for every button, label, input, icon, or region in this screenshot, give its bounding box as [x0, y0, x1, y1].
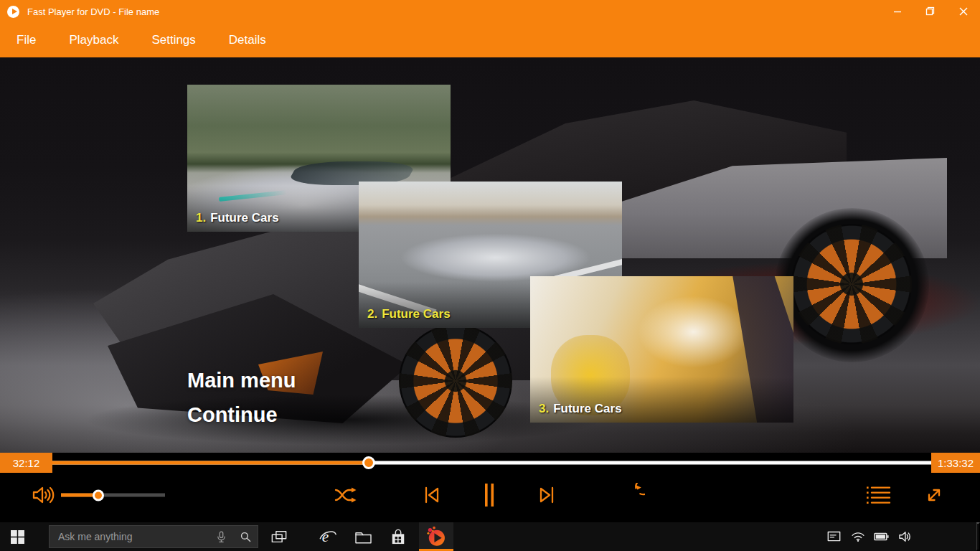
volume-handle[interactable]	[93, 489, 104, 501]
speaker-icon	[32, 485, 57, 505]
action-center-icon	[827, 531, 841, 542]
progress-bar-row: 32:12 1:33:32	[0, 453, 980, 473]
task-view-icon	[271, 530, 287, 544]
dvd-menu-options: Main menu Continue	[187, 363, 296, 432]
search-input[interactable]	[50, 531, 209, 542]
repeat-button[interactable]	[621, 483, 645, 507]
task-view-button[interactable]	[265, 522, 293, 551]
previous-button[interactable]	[421, 484, 443, 506]
volume-button[interactable]	[32, 485, 57, 505]
menu-file[interactable]: File	[17, 33, 36, 47]
shuffle-icon	[334, 485, 359, 505]
search-icon	[240, 532, 251, 542]
action-center-button[interactable]	[822, 522, 845, 551]
background-car-shadow	[86, 395, 603, 445]
microphone-button[interactable]	[209, 525, 233, 548]
app-logo-play-icon	[7, 6, 19, 18]
chapter-3-label: 3. Future Cars	[530, 377, 793, 423]
close-icon	[959, 7, 968, 16]
control-bar	[0, 473, 980, 522]
wifi-icon	[851, 531, 865, 542]
window-controls	[881, 0, 980, 23]
total-time: 1:33:32	[931, 453, 980, 473]
minimize-button[interactable]	[881, 0, 914, 23]
chapter-title: Future Cars	[210, 211, 278, 225]
restore-button[interactable]	[914, 0, 947, 23]
volume-slider[interactable]	[61, 494, 165, 497]
pause-button[interactable]	[480, 482, 499, 508]
background-front-wheel	[399, 324, 512, 438]
previous-icon	[421, 484, 443, 506]
start-button[interactable]	[0, 522, 34, 551]
battery-icon	[874, 532, 889, 541]
file-explorer-button[interactable]	[349, 522, 377, 551]
fast-player-taskbar-button[interactable]	[419, 522, 453, 551]
playlist-button[interactable]	[865, 485, 891, 505]
fast-player-window: Fast Player for DVD - File name File Pla…	[0, 0, 980, 551]
window-title: Fast Player for DVD - File name	[27, 6, 159, 17]
internet-explorer-button[interactable]: e	[314, 522, 342, 551]
next-button[interactable]	[536, 484, 557, 506]
chapter-title: Future Cars	[382, 307, 450, 321]
repeat-icon	[621, 483, 645, 507]
microphone-icon	[217, 531, 226, 543]
title-bar: Fast Player for DVD - File name	[0, 0, 980, 23]
background-rear-wheel	[791, 224, 912, 344]
chapter-title: Future Cars	[553, 402, 621, 416]
seek-bar[interactable]	[52, 453, 931, 473]
battery-button[interactable]	[870, 522, 892, 551]
current-time: 32:12	[0, 453, 52, 473]
playlist-icon	[865, 485, 891, 505]
tray-volume-button[interactable]	[893, 522, 916, 551]
fullscreen-button[interactable]	[923, 484, 945, 506]
store-button[interactable]	[384, 522, 413, 551]
windows-taskbar: e	[0, 522, 980, 551]
fast-player-icon	[424, 524, 448, 549]
menu-playback[interactable]: Playback	[69, 33, 118, 47]
internet-explorer-icon: e	[319, 527, 337, 546]
taskbar-search	[49, 525, 258, 548]
fullscreen-icon	[923, 484, 945, 506]
store-icon	[390, 528, 406, 545]
file-explorer-icon	[354, 529, 372, 545]
chapter-number: 1.	[196, 211, 206, 225]
seek-handle[interactable]	[362, 456, 375, 469]
seek-progress	[52, 461, 369, 465]
chapter-thumbnail-3[interactable]: 3. Future Cars	[530, 276, 793, 423]
tray-speaker-icon	[898, 531, 912, 542]
search-button[interactable]	[233, 525, 258, 548]
osd-continue[interactable]: Continue	[187, 397, 296, 432]
chapter-number: 2.	[367, 307, 377, 321]
minimize-icon	[893, 7, 902, 16]
show-desktop-button[interactable]	[976, 522, 980, 551]
next-icon	[536, 484, 557, 506]
svg-text:e: e	[322, 528, 329, 545]
menu-bar: File Playback Settings Details	[0, 23, 980, 57]
menu-details[interactable]: Details	[229, 33, 266, 47]
start-icon	[11, 530, 24, 544]
pause-icon	[480, 482, 499, 508]
menu-settings[interactable]: Settings	[151, 33, 195, 47]
shuffle-button[interactable]	[334, 485, 359, 505]
osd-main-menu[interactable]: Main menu	[187, 363, 296, 397]
restore-icon	[925, 6, 936, 17]
chapter-number: 3.	[539, 402, 549, 416]
close-button[interactable]	[947, 0, 980, 23]
video-stage[interactable]: 1. Future Cars 2. Future Cars 3. Future …	[0, 57, 980, 453]
wifi-button[interactable]	[847, 522, 870, 551]
